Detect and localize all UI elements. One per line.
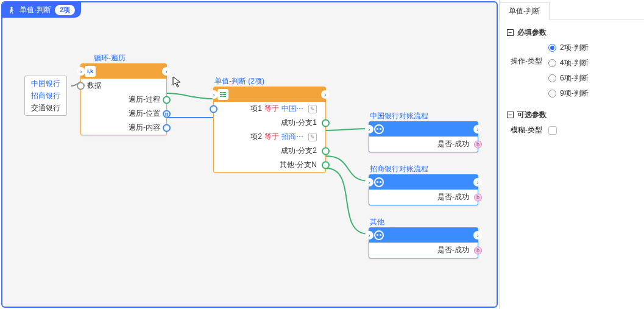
radio-dot-icon — [548, 90, 556, 98]
edit-icon[interactable]: ✎ — [308, 105, 317, 113]
flow-icon — [374, 124, 384, 134]
fuzzy-type-row: 模糊-类型 — [507, 123, 637, 135]
svg-rect-4 — [222, 92, 226, 93]
branch-out-port[interactable] — [322, 161, 330, 169]
branch-out-port[interactable] — [322, 147, 330, 155]
radio-dot-icon — [548, 59, 556, 67]
branch-out-port[interactable] — [322, 119, 330, 127]
flow-in-port[interactable]: › — [365, 231, 373, 240]
flow-result-row: 是否-成功 b — [369, 137, 478, 152]
canvas-badge: 2项 — [55, 5, 75, 15]
properties-panel: 单值-判断 − 必填参数 操作-类型 2项-判断 4项-判断 6项-判断 9项-… — [499, 0, 644, 309]
loop-process-row: 遍历-过程 — [81, 93, 166, 107]
list-item[interactable]: 中国银行 — [25, 77, 66, 90]
flow-out-port[interactable]: › — [473, 231, 482, 240]
loop-node-label: 循环-遍历 — [94, 53, 126, 63]
judge-item-row: 项2 等于 招商⋯ ✎ — [214, 130, 325, 144]
cursor-icon — [172, 76, 182, 88]
flow-icon — [374, 230, 384, 240]
flow-in-port[interactable]: › — [365, 178, 373, 186]
loop-position-row: 遍历-位置 n — [81, 107, 166, 121]
flow-node-header[interactable]: › › — [369, 175, 478, 190]
flow-node[interactable]: › › 是否-成功 b — [369, 121, 478, 152]
flow-node[interactable]: › › 是否-成功 b — [369, 227, 478, 258]
bank-list[interactable]: 中国银行 招商银行 交通银行 — [24, 76, 67, 116]
flow-in-port[interactable]: › — [365, 125, 373, 133]
radio-dot-icon — [548, 74, 556, 82]
svg-rect-2 — [220, 94, 222, 95]
panel-tabs: 单值-判断 — [500, 2, 644, 20]
judge-item-row: 项1 等于 中国⋯ ✎ — [214, 102, 325, 116]
op-type-block: 操作-类型 2项-判断 4项-判断 6项-判断 9项-判断 — [507, 40, 637, 100]
flow-node-header[interactable]: › › — [369, 122, 478, 137]
content-out-port[interactable] — [163, 124, 171, 132]
op-type-label: 操作-类型 — [511, 43, 542, 99]
edit-icon[interactable]: ✎ — [308, 133, 317, 141]
flow-result-row: 是否-成功 b — [369, 243, 478, 258]
collapse-icon[interactable]: − — [507, 29, 514, 36]
flow-icon — [374, 177, 384, 187]
loop-node-header[interactable]: › i,k › — [81, 64, 166, 79]
op-type-radios: 2项-判断 4项-判断 6项-判断 9项-判断 — [548, 43, 589, 99]
radio-6-items[interactable]: 6项-判断 — [548, 73, 589, 83]
radio-9-items[interactable]: 9项-判断 — [548, 88, 589, 99]
list-item[interactable]: 交通银行 — [25, 102, 66, 114]
list-item[interactable]: 招商银行 — [25, 90, 66, 102]
flow-result-row: 是否-成功 b — [369, 190, 478, 205]
loop-icon: i,k — [85, 66, 96, 77]
radio-2-items[interactable]: 2项-判断 — [548, 43, 589, 53]
group-header-optional[interactable]: − 可选参数 — [507, 110, 637, 120]
judge-branch-row: 成功-分支1 — [214, 116, 325, 130]
flow-node-label: 其他 — [370, 217, 384, 227]
svg-point-0 — [10, 6, 13, 9]
judge-branch-row: 成功-分支2 — [214, 144, 325, 158]
svg-rect-6 — [222, 96, 226, 97]
bool-out-port[interactable]: b — [474, 140, 482, 148]
position-out-port[interactable]: n — [163, 110, 171, 118]
group-header-required[interactable]: − 必填参数 — [507, 27, 637, 38]
flow-in-port[interactable]: › — [77, 67, 85, 76]
judge-icon — [218, 89, 228, 100]
value-in-port[interactable] — [210, 105, 218, 113]
fuzzy-type-label: 模糊-类型 — [511, 125, 542, 135]
canvas-container[interactable]: 单值-判断 2项 中国银行 招商银行 交通银行 循环-遍历 — [1, 1, 498, 308]
flow-out-port[interactable]: › — [162, 67, 171, 76]
data-in-port[interactable] — [77, 82, 85, 90]
radio-dot-icon — [548, 44, 556, 52]
process-out-port[interactable] — [163, 96, 171, 104]
flow-node-header[interactable]: › › — [369, 228, 478, 243]
tab-judge[interactable]: 单值-判断 — [500, 2, 550, 20]
canvas-title: 单值-判断 — [19, 5, 51, 15]
canvas[interactable]: 中国银行 招商银行 交通银行 循环-遍历 › i,k › 数据 — [2, 2, 497, 307]
flow-node[interactable]: › › 是否-成功 b — [369, 174, 478, 205]
loop-node[interactable]: › i,k › 数据 遍历-过程 遍历-位置 n — [80, 63, 167, 135]
svg-rect-5 — [222, 94, 226, 95]
svg-rect-1 — [220, 92, 222, 93]
collapse-icon[interactable]: − — [507, 112, 514, 118]
fuzzy-checkbox[interactable] — [548, 126, 557, 135]
flow-out-port[interactable]: › — [473, 125, 482, 133]
required-params-group: − 必填参数 操作-类型 2项-判断 4项-判断 6项-判断 9项-判断 — [500, 20, 644, 102]
radio-4-items[interactable]: 4项-判断 — [548, 58, 589, 68]
walk-icon — [7, 6, 16, 15]
judge-branch-row: 其他-分支N — [214, 158, 325, 172]
app-root: 单值-判断 2项 中国银行 招商银行 交通银行 循环-遍历 — [0, 0, 644, 309]
loop-content-row: 遍历-内容 — [81, 121, 166, 135]
flow-in-port[interactable]: › — [210, 90, 218, 99]
flow-out-port[interactable]: › — [321, 90, 330, 99]
flow-out-port[interactable]: › — [473, 178, 482, 186]
canvas-header: 单值-判断 2项 — [2, 2, 81, 18]
loop-data-row: 数据 — [81, 79, 166, 93]
judge-node[interactable]: › › 项1 等于 中国⋯ ✎ 成功-分支1 — [213, 87, 326, 172]
judge-node-header[interactable]: › › — [214, 87, 325, 102]
flow-node-label: 中国银行对账流程 — [370, 111, 428, 121]
svg-rect-3 — [220, 96, 222, 97]
optional-params-group: − 可选参数 模糊-类型 — [500, 102, 644, 138]
bool-out-port[interactable]: b — [474, 193, 482, 201]
bool-out-port[interactable]: b — [474, 246, 482, 254]
judge-node-label: 单值-判断 (2项) — [214, 76, 264, 87]
flow-node-label: 招商银行对账流程 — [370, 164, 428, 174]
